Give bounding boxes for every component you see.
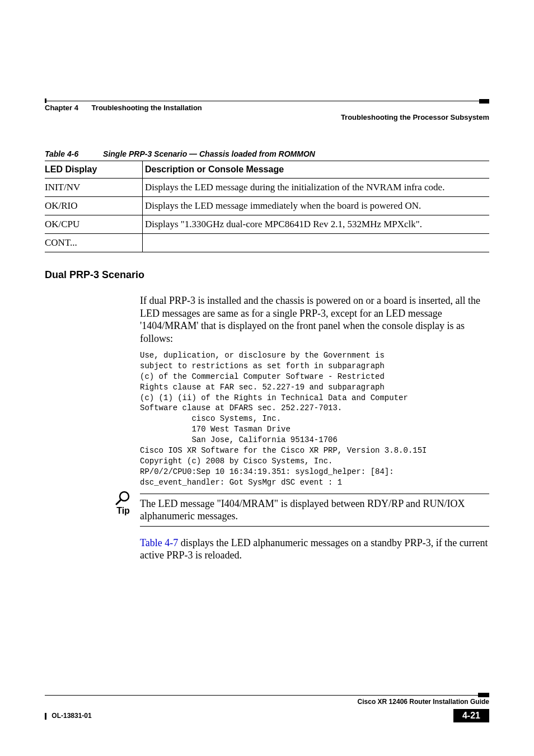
table-caption: Table 4-6 Single PRP-3 Scenario — Chassi… <box>45 149 489 158</box>
table-cell: CONT... <box>45 234 143 252</box>
table-header-cell: LED Display <box>45 161 143 179</box>
footer-left-accent <box>45 713 46 720</box>
table-cell: INIT/NV <box>45 179 143 197</box>
tip-label: Tip <box>112 506 134 516</box>
header-accent-right <box>479 99 489 104</box>
page-footer: Cisco XR 12406 Router Installation Guide… <box>45 695 489 722</box>
svg-line-1 <box>116 500 121 504</box>
table-cell: Displays "1.330GHz dual-core MPC8641D Re… <box>143 215 490 234</box>
table-row: OK/CPU Displays "1.330GHz dual-core MPC8… <box>45 215 489 234</box>
header-accent-left <box>45 98 46 103</box>
tip-icon: Tip <box>112 494 134 516</box>
table-title: Single PRP-3 Scenario — Chassis loaded f… <box>103 149 315 158</box>
led-table: LED Display Description or Console Messa… <box>45 161 489 252</box>
body-paragraph: If dual PRP-3 is installed and the chass… <box>140 294 489 345</box>
chapter-header: Chapter 4 Troubleshooting the Installati… <box>45 101 489 112</box>
section-heading: Dual PRP-3 Scenario <box>45 269 489 281</box>
chapter-number: Chapter 4 <box>45 104 78 112</box>
table-cell: OK/RIO <box>45 197 143 215</box>
table-header-cell: Description or Console Message <box>143 161 490 179</box>
body-text: displays the LED alphanumeric messages o… <box>140 537 488 561</box>
table-header-row: LED Display Description or Console Messa… <box>45 161 489 179</box>
magnifier-icon <box>115 490 131 506</box>
tip-text: The LED message "I404/MRAM" is displayed… <box>140 494 489 527</box>
section-header: Troubleshooting the Processor Subsystem <box>45 113 489 121</box>
page-number: 4-21 <box>453 709 489 722</box>
table-reference-link[interactable]: Table 4-7 <box>140 537 178 548</box>
table-row: OK/RIO Displays the LED message immediat… <box>45 197 489 215</box>
console-output: Use, duplication, or disclosure by the G… <box>140 350 489 488</box>
body-paragraph: Table 4-7 displays the LED alphanumeric … <box>140 537 489 562</box>
table-row: INIT/NV Displays the LED message during … <box>45 179 489 197</box>
table-cell: OK/CPU <box>45 215 143 234</box>
table-cell: Displays the LED message immediately whe… <box>143 197 490 215</box>
guide-title: Cisco XR 12406 Router Installation Guide <box>358 698 489 706</box>
table-number: Table 4-6 <box>45 149 78 158</box>
tip-block: Tip The LED message "I404/MRAM" is displ… <box>112 494 489 527</box>
table-cell: Displays the LED message during the init… <box>143 179 490 197</box>
table-row: CONT... <box>45 234 489 252</box>
footer-accent <box>478 693 489 697</box>
table-cell <box>143 234 490 252</box>
chapter-title: Troubleshooting the Installation <box>92 104 202 112</box>
document-id: OL-13831-01 <box>51 712 91 720</box>
